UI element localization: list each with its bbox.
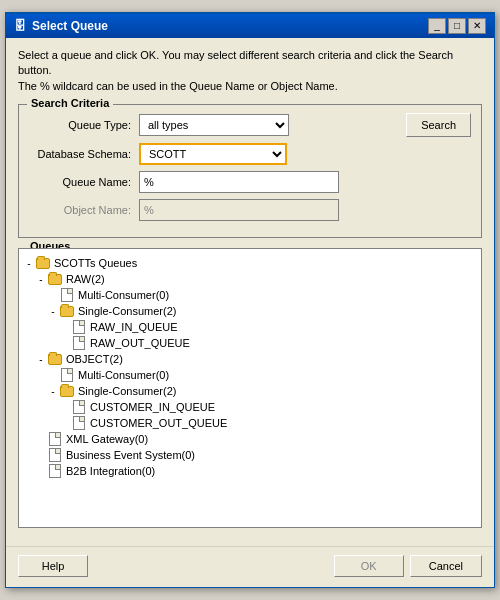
object-name-input[interactable] xyxy=(139,199,339,221)
expand-icon: - xyxy=(35,274,47,285)
tree-node-label: OBJECT(2) xyxy=(66,353,123,365)
folder-icon xyxy=(59,384,75,398)
tree-node-label: B2B Integration(0) xyxy=(66,465,155,477)
tree-node-label: RAW_OUT_QUEUE xyxy=(90,337,190,349)
help-button[interactable]: Help xyxy=(18,555,88,577)
queue-type-select[interactable]: all types RAW OBJECT xyxy=(139,114,289,136)
tree-node-label: Single-Consumer(2) xyxy=(78,305,176,317)
file-icon xyxy=(71,400,87,414)
list-item[interactable]: - Single-Consumer(2) xyxy=(23,383,477,399)
folder-icon xyxy=(47,272,63,286)
close-button[interactable]: ✕ xyxy=(468,18,486,34)
tree-node-label: SCOTTs Queues xyxy=(54,257,137,269)
db-schema-label: Database Schema: xyxy=(29,148,139,160)
folder-icon xyxy=(47,352,63,366)
tree-node-label: XML Gateway(0) xyxy=(66,433,148,445)
list-item[interactable]: - OBJECT(2) xyxy=(23,351,477,367)
title-bar: 🗄 Select Queue _ □ ✕ xyxy=(6,14,494,38)
list-item[interactable]: - Single-Consumer(2) xyxy=(23,303,477,319)
queue-name-label: Queue Name: xyxy=(29,176,139,188)
list-item[interactable]: RAW_IN_QUEUE xyxy=(23,319,477,335)
db-schema-select[interactable]: SCOTT SYS SYSTEM xyxy=(139,143,287,165)
queue-type-row: Queue Type: all types RAW OBJECT Search xyxy=(29,113,471,137)
list-item[interactable]: Multi-Consumer(0) xyxy=(23,287,477,303)
queues-section: Queues - SCOTTs Queues - RAW(2) xyxy=(18,248,482,528)
object-name-row: Object Name: xyxy=(29,199,471,221)
search-criteria-label: Search Criteria xyxy=(27,97,113,109)
list-item[interactable]: XML Gateway(0) xyxy=(23,431,477,447)
list-item[interactable]: - SCOTTs Queues xyxy=(23,255,477,271)
expand-icon: - xyxy=(47,306,59,317)
folder-icon xyxy=(35,256,51,270)
select-queue-window: 🗄 Select Queue _ □ ✕ Select a queue and … xyxy=(5,12,495,588)
maximize-button[interactable]: □ xyxy=(448,18,466,34)
list-item[interactable]: - RAW(2) xyxy=(23,271,477,287)
list-item[interactable]: Multi-Consumer(0) xyxy=(23,367,477,383)
file-icon xyxy=(71,336,87,350)
expand-icon: - xyxy=(23,258,35,269)
expand-icon: - xyxy=(47,386,59,397)
list-item[interactable]: RAW_OUT_QUEUE xyxy=(23,335,477,351)
tree-node-label: RAW(2) xyxy=(66,273,105,285)
minimize-button[interactable]: _ xyxy=(428,18,446,34)
search-button[interactable]: Search xyxy=(406,113,471,137)
object-name-label: Object Name: xyxy=(29,204,139,216)
file-icon xyxy=(71,320,87,334)
list-item[interactable]: CUSTOMER_OUT_QUEUE xyxy=(23,415,477,431)
file-icon xyxy=(47,448,63,462)
tree-node-label: CUSTOMER_OUT_QUEUE xyxy=(90,417,227,429)
file-icon xyxy=(59,368,75,382)
db-schema-row: Database Schema: SCOTT SYS SYSTEM xyxy=(29,143,471,165)
title-controls: _ □ ✕ xyxy=(428,18,486,34)
search-criteria-group: Search Criteria Queue Type: all types RA… xyxy=(18,104,482,238)
queues-tree-container[interactable]: - SCOTTs Queues - RAW(2) Multi-C xyxy=(18,248,482,528)
list-item[interactable]: Business Event System(0) xyxy=(23,447,477,463)
tree-node-label: Multi-Consumer(0) xyxy=(78,369,169,381)
tree-node-label: Business Event System(0) xyxy=(66,449,195,461)
tree-node-label: CUSTOMER_IN_QUEUE xyxy=(90,401,215,413)
tree-node-label: Single-Consumer(2) xyxy=(78,385,176,397)
file-icon xyxy=(71,416,87,430)
list-item[interactable]: CUSTOMER_IN_QUEUE xyxy=(23,399,477,415)
window-title: Select Queue xyxy=(32,19,108,33)
cancel-button[interactable]: Cancel xyxy=(410,555,482,577)
description-text: Select a queue and click OK. You may sel… xyxy=(18,48,482,94)
expand-icon: - xyxy=(35,354,47,365)
ok-button[interactable]: OK xyxy=(334,555,404,577)
queue-name-row: Queue Name: xyxy=(29,171,471,193)
queue-type-label: Queue Type: xyxy=(29,119,139,131)
file-icon xyxy=(47,432,63,446)
queue-tree: - SCOTTs Queues - RAW(2) Multi-C xyxy=(19,249,481,485)
file-icon xyxy=(59,288,75,302)
tree-node-label: RAW_IN_QUEUE xyxy=(90,321,178,333)
tree-node-label: Multi-Consumer(0) xyxy=(78,289,169,301)
queue-name-input[interactable] xyxy=(139,171,339,193)
folder-icon xyxy=(59,304,75,318)
file-icon xyxy=(47,464,63,478)
window-title-icon: 🗄 xyxy=(14,19,26,33)
list-item[interactable]: B2B Integration(0) xyxy=(23,463,477,479)
footer: Help OK Cancel xyxy=(6,546,494,587)
window-body: Select a queue and click OK. You may sel… xyxy=(6,38,494,546)
